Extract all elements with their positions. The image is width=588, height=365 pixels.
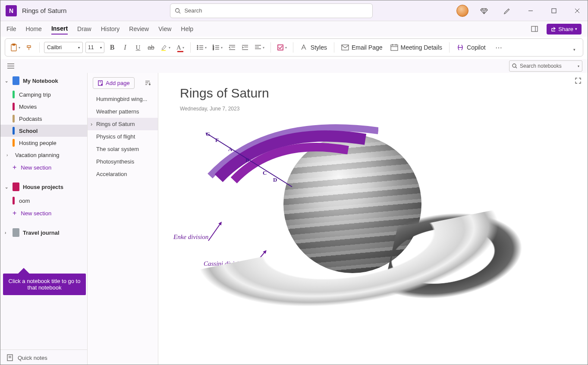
- maximize-button[interactable]: [546, 3, 562, 19]
- hamburger-icon[interactable]: [6, 60, 16, 72]
- quick-notes-label: Quick notes: [18, 355, 47, 361]
- search-notebooks-placeholder: Search notebooks: [520, 63, 578, 69]
- section-color-tab: [13, 139, 15, 147]
- menu-home[interactable]: Home: [26, 24, 42, 34]
- tag-button[interactable]: [275, 41, 289, 54]
- chevron-icon: ⌄: [5, 79, 9, 83]
- email-page-button[interactable]: Email Page: [339, 44, 385, 51]
- share-icon: [551, 26, 557, 32]
- format-painter-button[interactable]: [25, 41, 35, 54]
- close-button[interactable]: [569, 3, 585, 19]
- font-selector[interactable]: Cailbri▾: [44, 42, 83, 53]
- new-section-button[interactable]: +New section: [0, 207, 87, 220]
- page-item[interactable]: Accelaration: [88, 168, 158, 180]
- strikethrough-button[interactable]: ab: [146, 41, 156, 54]
- notebook-icon: [13, 228, 19, 237]
- search-box[interactable]: Search: [170, 3, 373, 18]
- font-size-selector[interactable]: 11▾: [85, 42, 104, 53]
- section-color-tab: [13, 197, 15, 205]
- minimize-button[interactable]: [523, 3, 538, 19]
- svg-rect-34: [391, 45, 398, 50]
- ribbon-expand-button[interactable]: ▾: [569, 43, 579, 56]
- pen-icon[interactable]: [500, 3, 515, 19]
- titlebar: N Rings of Saturn Search: [0, 0, 588, 21]
- enke-arrow: [208, 223, 221, 241]
- meeting-details-button[interactable]: Meeting Details: [388, 44, 445, 51]
- section-item[interactable]: oom: [0, 195, 87, 207]
- italic-button[interactable]: I: [120, 41, 130, 54]
- page-item[interactable]: Photosynthesis: [88, 155, 158, 168]
- search-notebooks-input[interactable]: Search notebooks ▾: [509, 60, 582, 72]
- section-label: School: [19, 128, 38, 134]
- secondary-toolbar: Search notebooks ▾: [0, 59, 588, 73]
- menu-view[interactable]: View: [158, 24, 171, 34]
- bullets-button[interactable]: [195, 41, 208, 54]
- menu-history[interactable]: History: [101, 24, 120, 34]
- notebook-header-0[interactable]: ⌄My Notebook: [0, 73, 87, 88]
- svg-rect-6: [531, 26, 538, 31]
- align-button[interactable]: [253, 41, 266, 54]
- menu-help[interactable]: Help: [181, 24, 193, 34]
- styles-icon: [300, 44, 308, 51]
- menu-file[interactable]: File: [6, 24, 16, 34]
- menu-draw[interactable]: Draw: [77, 24, 91, 34]
- chevron-icon: ›: [5, 230, 9, 235]
- notebook-name: My Notebook: [23, 78, 58, 84]
- menu-insert[interactable]: Insert: [51, 23, 68, 35]
- section-item[interactable]: Podcasts: [0, 113, 87, 125]
- bold-button[interactable]: B: [107, 41, 117, 54]
- highlight-button[interactable]: [159, 41, 172, 54]
- new-section-button[interactable]: +New section: [0, 161, 87, 174]
- chevron-icon: ⌄: [5, 185, 9, 189]
- paste-button[interactable]: [9, 41, 22, 54]
- ring-label-f: F: [215, 137, 219, 144]
- svg-point-15: [197, 49, 198, 50]
- page-date: Wednesday, June 7, 2023: [180, 106, 566, 112]
- more-button[interactable]: ⋯: [494, 41, 505, 54]
- section-item[interactable]: Movies: [0, 101, 87, 113]
- add-page-icon: [97, 80, 103, 86]
- user-avatar[interactable]: [456, 5, 469, 17]
- section-item[interactable]: Camping trip: [0, 88, 87, 101]
- page-item[interactable]: The solar system: [88, 143, 158, 155]
- diamond-icon[interactable]: [476, 3, 492, 19]
- notebook-header-1[interactable]: ⌄House projects: [0, 179, 87, 195]
- notebook-icon: [13, 182, 19, 191]
- section-label: Movies: [19, 104, 37, 110]
- svg-rect-33: [342, 45, 349, 50]
- new-section-label: New section: [21, 164, 51, 171]
- sort-pages-button[interactable]: [142, 76, 153, 89]
- section-label: Camping trip: [19, 91, 51, 98]
- search-icon: [175, 8, 181, 14]
- font-color-button[interactable]: A: [175, 41, 186, 54]
- menu-review[interactable]: Review: [129, 24, 149, 34]
- tooltip-arrow: [18, 268, 30, 274]
- quick-notes-button[interactable]: Quick notes: [0, 349, 87, 365]
- pages-panel: Add page Hummingbird wing...Weather patt…: [88, 73, 158, 365]
- ring-label-d: D: [273, 176, 277, 183]
- notebook-header-2[interactable]: ›Travel journal: [0, 225, 87, 240]
- numbering-button[interactable]: 123: [211, 41, 224, 54]
- svg-rect-32: [278, 45, 283, 50]
- page-item[interactable]: Hummingbird wing...: [88, 93, 158, 105]
- page-item[interactable]: Rings of Saturn: [88, 118, 158, 130]
- copilot-button[interactable]: Copilot: [454, 44, 488, 51]
- underline-button[interactable]: U: [133, 41, 143, 54]
- editor-canvas[interactable]: Rings of Saturn Wednesday, June 7, 2023 …: [158, 73, 588, 365]
- styles-button[interactable]: Styles: [298, 44, 330, 51]
- page-title[interactable]: Rings of Saturn: [180, 86, 566, 101]
- indent-button[interactable]: [240, 41, 250, 54]
- page-item[interactable]: Weather patterns: [88, 105, 158, 118]
- section-label: oom: [19, 198, 30, 204]
- svg-line-42: [516, 67, 517, 68]
- section-item[interactable]: ›Vacation planning: [0, 149, 87, 161]
- page-item[interactable]: Physics of flight: [88, 130, 158, 143]
- add-page-button[interactable]: Add page: [93, 77, 135, 89]
- share-button[interactable]: Share ▾: [547, 24, 582, 35]
- section-item[interactable]: Hosting people: [0, 137, 87, 149]
- open-pane-icon[interactable]: [527, 21, 542, 37]
- document-title: Rings of Saturn: [22, 7, 66, 14]
- fullscreen-icon[interactable]: [575, 77, 582, 85]
- outdent-button[interactable]: [227, 41, 237, 54]
- section-item[interactable]: School: [0, 125, 87, 137]
